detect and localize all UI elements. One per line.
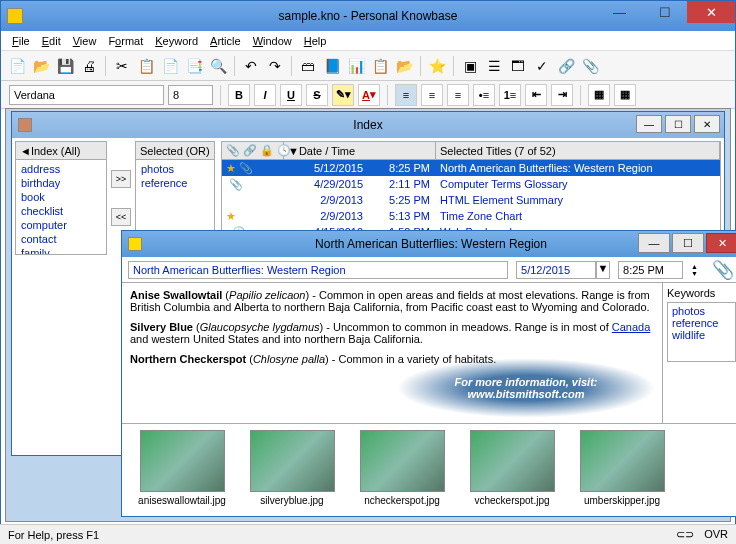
- undo-button[interactable]: ↶: [240, 55, 262, 77]
- menu-view[interactable]: View: [67, 33, 103, 49]
- copy-button[interactable]: 📋: [135, 55, 157, 77]
- article-titlebar[interactable]: North American Butterflies: Western Regi…: [122, 231, 736, 257]
- list-item[interactable]: family: [18, 246, 104, 254]
- add-keyword-button[interactable]: >>: [111, 170, 131, 188]
- bullet-button[interactable]: •≡: [473, 84, 495, 106]
- save-button[interactable]: 💾: [54, 55, 76, 77]
- table-row[interactable]: ★2/9/20135:13 PMTime Zone Chart: [222, 208, 720, 224]
- col-title[interactable]: Selected Titles (7 of 52): [436, 142, 720, 159]
- keyword-item[interactable]: wildlife: [670, 329, 733, 341]
- outdent-button[interactable]: ⇤: [525, 84, 547, 106]
- maximize-button[interactable]: ☐: [642, 1, 687, 23]
- index-min-button[interactable]: —: [636, 115, 662, 133]
- attachment-item[interactable]: silveryblue.jpg: [242, 430, 342, 509]
- cut-button[interactable]: ✂: [111, 55, 133, 77]
- find-button[interactable]: 🔍: [207, 55, 229, 77]
- list-item[interactable]: address: [18, 162, 104, 176]
- tool-g-button[interactable]: ☰: [483, 55, 505, 77]
- list-item[interactable]: book: [18, 190, 104, 204]
- time-down-icon[interactable]: ▼: [691, 270, 698, 277]
- col-date[interactable]: ▼ Date / Time: [284, 142, 436, 159]
- menu-edit[interactable]: Edit: [36, 33, 67, 49]
- open-button[interactable]: 📂: [30, 55, 52, 77]
- tool-h-button[interactable]: 🗔: [507, 55, 529, 77]
- keyword-item[interactable]: photos: [670, 305, 733, 317]
- insert-table-button[interactable]: ▦: [614, 84, 636, 106]
- spellcheck-button[interactable]: ✓: [531, 55, 553, 77]
- time-up-icon[interactable]: ▲: [691, 263, 698, 270]
- article-title-input[interactable]: [128, 261, 508, 279]
- attachment-item[interactable]: umberskipper.jpg: [572, 430, 672, 509]
- font-family-select[interactable]: [9, 85, 164, 105]
- highlight-button[interactable]: ✎▾: [332, 84, 354, 106]
- tool-e-button[interactable]: 📂: [393, 55, 415, 77]
- main-titlebar[interactable]: sample.kno - Personal Knowbase — ☐ ✕: [1, 1, 735, 31]
- align-right-button[interactable]: ≡: [447, 84, 469, 106]
- attachment-item[interactable]: vcheckerspot.jpg: [462, 430, 562, 509]
- number-button[interactable]: 1≡: [499, 84, 521, 106]
- insert-obj-button[interactable]: ▦: [588, 84, 610, 106]
- tool-i-button[interactable]: 📎: [579, 55, 601, 77]
- italic-button[interactable]: I: [254, 84, 276, 106]
- tool-d-button[interactable]: 📋: [369, 55, 391, 77]
- menu-help[interactable]: Help: [298, 33, 333, 49]
- table-row[interactable]: 2/9/20135:25 PMHTML Element Summary: [222, 192, 720, 208]
- tool-a-button[interactable]: 🗃: [297, 55, 319, 77]
- list-item[interactable]: photos: [138, 162, 212, 176]
- minimize-button[interactable]: —: [597, 1, 642, 23]
- index-max-button[interactable]: ☐: [665, 115, 691, 133]
- list-item[interactable]: reference: [138, 176, 212, 190]
- selected-header[interactable]: Selected (OR): [136, 142, 214, 160]
- article-max-button[interactable]: ☐: [672, 233, 704, 253]
- indent-button[interactable]: ⇥: [551, 84, 573, 106]
- article-body[interactable]: Anise Swallowtail (Papilio zelicaon) - C…: [122, 283, 662, 423]
- align-left-button[interactable]: ≡: [395, 84, 417, 106]
- article-close-button[interactable]: ✕: [706, 233, 736, 253]
- table-body[interactable]: ★📎5/12/20158:25 PMNorth American Butterf…: [222, 160, 720, 240]
- font-size-select[interactable]: [168, 85, 213, 105]
- attachment-item[interactable]: aniseswallowtail.jpg: [132, 430, 232, 509]
- star-button[interactable]: ⭐: [426, 55, 448, 77]
- list-item[interactable]: contact: [18, 232, 104, 246]
- strike-button[interactable]: S: [306, 84, 328, 106]
- col-icons[interactable]: 📎🔗🔒🕓: [222, 142, 284, 159]
- menu-keyword[interactable]: Keyword: [149, 33, 204, 49]
- bold-button[interactable]: B: [228, 84, 250, 106]
- menu-window[interactable]: Window: [247, 33, 298, 49]
- underline-button[interactable]: U: [280, 84, 302, 106]
- font-color-button[interactable]: A▾: [358, 84, 380, 106]
- date-dropdown-icon[interactable]: ▼: [596, 261, 610, 279]
- tool-f-button[interactable]: ▣: [459, 55, 481, 77]
- article-date-input[interactable]: [516, 261, 596, 279]
- attachment-item[interactable]: ncheckerspot.jpg: [352, 430, 452, 509]
- canada-link[interactable]: Canada: [612, 321, 651, 333]
- article-time-input[interactable]: [618, 261, 683, 279]
- remove-keyword-button[interactable]: <<: [111, 208, 131, 226]
- menu-article[interactable]: Article: [204, 33, 247, 49]
- menu-file[interactable]: File: [6, 33, 36, 49]
- align-center-button[interactable]: ≡: [421, 84, 443, 106]
- print-button[interactable]: 🖨: [78, 55, 100, 77]
- attachments-strip[interactable]: aniseswallowtail.jpgsilveryblue.jpgnchec…: [122, 423, 736, 515]
- paste2-button[interactable]: 📑: [183, 55, 205, 77]
- attach-icon[interactable]: 📎: [712, 259, 734, 281]
- menu-format[interactable]: Format: [102, 33, 149, 49]
- paste-button[interactable]: 📄: [159, 55, 181, 77]
- new-button[interactable]: 📄: [6, 55, 28, 77]
- index-all-list[interactable]: addressbirthdaybookchecklistcomputercont…: [16, 160, 106, 254]
- list-item[interactable]: checklist: [18, 204, 104, 218]
- list-item[interactable]: computer: [18, 218, 104, 232]
- link-button[interactable]: 🔗: [555, 55, 577, 77]
- table-row[interactable]: ★📎5/12/20158:25 PMNorth American Butterf…: [222, 160, 720, 176]
- tool-b-button[interactable]: 📘: [321, 55, 343, 77]
- keywords-list[interactable]: photosreferencewildlife: [667, 302, 736, 362]
- article-min-button[interactable]: —: [638, 233, 670, 253]
- index-titlebar[interactable]: Index — ☐ ✕: [12, 112, 724, 138]
- keyword-item[interactable]: reference: [670, 317, 733, 329]
- redo-button[interactable]: ↷: [264, 55, 286, 77]
- tool-c-button[interactable]: 📊: [345, 55, 367, 77]
- table-row[interactable]: 📎4/29/20152:11 PMComputer Terms Glossary: [222, 176, 720, 192]
- index-close-button[interactable]: ✕: [694, 115, 720, 133]
- close-button[interactable]: ✕: [687, 1, 735, 23]
- index-all-header[interactable]: ◄ Index (All): [16, 142, 106, 160]
